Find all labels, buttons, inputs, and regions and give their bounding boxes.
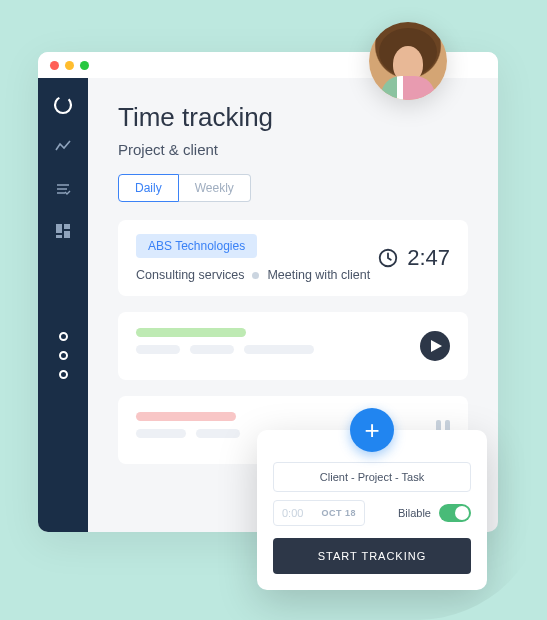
new-entry-popover: + Client - Project - Task 0:00 OCT 18 Bi… (257, 430, 487, 590)
svg-rect-3 (64, 231, 70, 238)
analytics-nav-icon[interactable] (52, 136, 74, 158)
entry-project: Consulting services (136, 268, 244, 282)
svg-rect-1 (56, 224, 62, 233)
entry-card-placeholder (118, 312, 468, 380)
page-title: Time tracking (118, 102, 468, 133)
time-input[interactable]: 0:00 OCT 18 (273, 500, 365, 526)
start-tracking-button[interactable]: START TRACKING (273, 538, 471, 574)
user-avatar[interactable] (369, 22, 447, 100)
tab-daily[interactable]: Daily (118, 174, 179, 202)
play-icon (431, 340, 442, 352)
add-entry-button[interactable]: + (350, 408, 394, 452)
sidebar (38, 78, 88, 532)
svg-rect-2 (64, 224, 70, 229)
close-window-button[interactable] (50, 61, 59, 70)
list-nav-icon[interactable] (52, 178, 74, 200)
clock-icon (377, 247, 399, 269)
client-tag: ABS Technologies (136, 234, 257, 258)
play-button[interactable] (420, 331, 450, 361)
plus-icon: + (364, 415, 379, 446)
maximize-window-button[interactable] (80, 61, 89, 70)
sidebar-indicator-dots (59, 332, 68, 379)
page-subtitle: Project & client (118, 141, 468, 158)
entry-target-input[interactable]: Client - Project - Task (273, 462, 471, 492)
billable-label: Bilable (398, 507, 431, 519)
date-badge: OCT 18 (321, 508, 356, 518)
view-tabs: Daily Weekly (118, 174, 468, 202)
dashboard-nav-icon[interactable] (52, 220, 74, 242)
svg-rect-4 (56, 235, 62, 238)
separator-dot-icon (252, 272, 259, 279)
svg-point-0 (53, 95, 73, 115)
entry-task: Meeting with client (267, 268, 370, 282)
active-entry-card[interactable]: ABS Technologies Consulting services Mee… (118, 220, 468, 296)
billable-toggle[interactable] (439, 504, 471, 522)
entry-time: 2:47 (407, 245, 450, 271)
tab-weekly[interactable]: Weekly (179, 174, 251, 202)
minimize-window-button[interactable] (65, 61, 74, 70)
logo-icon[interactable] (52, 94, 74, 116)
